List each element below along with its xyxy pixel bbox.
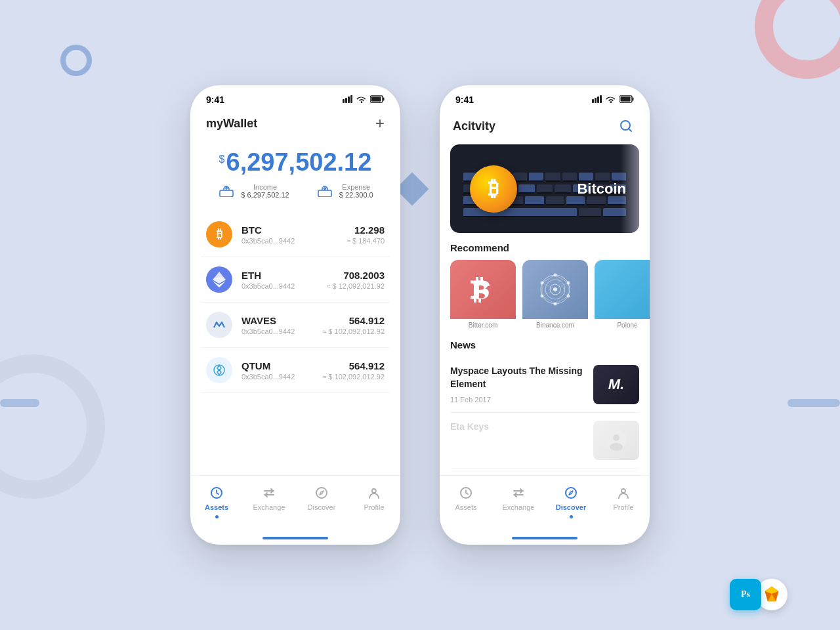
nav-discover-2[interactable]: Discover bbox=[545, 482, 597, 521]
news-section: Myspace Layouts The Missing Element 11 F… bbox=[440, 357, 650, 469]
qtum-address: 0x3b5ca0...9442 bbox=[242, 373, 322, 381]
wallet-header: myWallet + bbox=[190, 110, 400, 142]
nav-discover-1[interactable]: Discover bbox=[295, 482, 348, 521]
wallet-content: myWallet + $ 6,297,502.12 bbox=[190, 110, 400, 545]
assets-icon-2 bbox=[458, 485, 474, 501]
recommend-card-polo[interactable]: Polone bbox=[595, 260, 650, 330]
recommend-card-bitter[interactable]: Bitter.com bbox=[450, 260, 516, 330]
discover-icon-2 bbox=[563, 485, 579, 501]
expense-icon bbox=[316, 184, 334, 198]
bottom-nav-1: Assets Exchange bbox=[190, 475, 400, 534]
svg-point-16 bbox=[372, 489, 376, 493]
polo-card-image bbox=[595, 260, 650, 319]
coin-item-waves[interactable]: WAVES 0x3b5ca0...9442 564.912 ≈ $ 102,09… bbox=[201, 303, 390, 348]
binance-card-image bbox=[522, 260, 588, 319]
discover-title: Acitvity bbox=[453, 119, 495, 133]
income-value: $ 6,297,502.12 bbox=[241, 191, 289, 199]
battery-icon-2 bbox=[620, 95, 634, 105]
wifi-icon-2 bbox=[606, 95, 616, 105]
qtum-amount: 564.912 bbox=[322, 360, 385, 371]
bitcoin-coin-image: ₿ bbox=[470, 165, 517, 213]
keyboard-background: ₿ Bitcoin bbox=[450, 144, 639, 233]
news-title-2: Eta Keys bbox=[450, 421, 585, 434]
exchange-icon-2 bbox=[511, 485, 526, 501]
exchange-icon bbox=[261, 485, 277, 501]
qtum-info: QTUM 0x3b5ca0...9442 bbox=[242, 360, 322, 381]
status-bar-2: 9:41 bbox=[440, 85, 650, 110]
assets-icon bbox=[209, 485, 224, 501]
recommend-card-binance[interactable]: Binance.com bbox=[522, 260, 588, 330]
svg-rect-2 bbox=[348, 96, 350, 103]
svg-point-41 bbox=[553, 302, 556, 305]
expense-stat: Expense $ 22,300.0 bbox=[316, 183, 373, 199]
svg-point-38 bbox=[553, 273, 556, 276]
recommend-label: Recommend bbox=[440, 242, 650, 260]
activity-image: ₿ Bitcoin bbox=[450, 144, 639, 233]
bg-decoration-bar-left bbox=[0, 399, 39, 407]
btc-symbol: BTC bbox=[242, 224, 346, 236]
bitter-card-image bbox=[450, 260, 516, 319]
btc-balance: 12.298 ≈ $ 184,470 bbox=[346, 224, 385, 245]
currency-symbol: $ bbox=[219, 154, 225, 165]
tool-badges: Ps bbox=[730, 579, 788, 610]
waves-info: WAVES 0x3b5ca0...9442 bbox=[242, 315, 322, 335]
svg-rect-1 bbox=[345, 98, 347, 103]
news-image-1: M. bbox=[593, 365, 639, 404]
svg-rect-22 bbox=[633, 97, 634, 100]
nav-assets-label-1: Assets bbox=[205, 503, 228, 511]
svg-rect-6 bbox=[371, 96, 381, 101]
coin-item-btc[interactable]: ₿ BTC 0x3b5ca0...9442 12.298 ≈ $ 184,470 bbox=[201, 212, 390, 257]
battery-icon bbox=[370, 95, 385, 105]
nav-profile-1[interactable]: Profile bbox=[348, 482, 400, 521]
svg-rect-7 bbox=[220, 190, 233, 197]
add-button[interactable]: + bbox=[375, 116, 385, 131]
news-item-2[interactable]: Eta Keys bbox=[450, 413, 639, 469]
news-title-1: Myspace Layouts The Missing Element bbox=[450, 365, 585, 390]
svg-point-49 bbox=[566, 488, 576, 498]
qtum-usd: ≈ $ 102,092,012.92 bbox=[322, 373, 385, 381]
nav-exchange-label-2: Exchange bbox=[503, 503, 535, 511]
news-item-1[interactable]: Myspace Layouts The Missing Element 11 F… bbox=[450, 357, 639, 413]
eth-info: ETH 0x3b5ca0...9442 bbox=[242, 270, 326, 290]
svg-point-44 bbox=[553, 287, 557, 291]
qtum-icon bbox=[206, 357, 232, 383]
news-label: News bbox=[440, 339, 650, 357]
bitcoin-text: Bitcoin bbox=[577, 180, 626, 198]
svg-point-39 bbox=[566, 281, 570, 284]
search-button[interactable] bbox=[616, 116, 637, 136]
nav-exchange-1[interactable]: Exchange bbox=[243, 482, 295, 521]
svg-point-15 bbox=[316, 488, 327, 498]
waves-amount: 564.912 bbox=[322, 315, 385, 326]
nav-assets-2[interactable]: Assets bbox=[440, 482, 492, 521]
btc-address: 0x3b5ca0...9442 bbox=[242, 237, 346, 245]
nav-profile-2[interactable]: Profile bbox=[597, 482, 650, 521]
eth-balance: 708.2003 ≈ $ 12,092,021.92 bbox=[326, 270, 385, 290]
signal-icon-2 bbox=[592, 95, 602, 105]
svg-point-50 bbox=[621, 489, 625, 493]
wallet-title: myWallet bbox=[206, 117, 257, 131]
svg-rect-17 bbox=[592, 99, 594, 103]
news-text-1: Myspace Layouts The Missing Element 11 F… bbox=[450, 365, 585, 404]
waves-icon bbox=[206, 312, 232, 338]
nav-active-indicator bbox=[215, 515, 219, 518]
nav-exchange-2[interactable]: Exchange bbox=[492, 482, 545, 521]
wifi-icon bbox=[356, 95, 367, 105]
discover-header: Acitvity bbox=[440, 110, 650, 144]
binance-label: Binance.com bbox=[522, 319, 588, 330]
nav-discover-label-1: Discover bbox=[308, 503, 336, 511]
svg-point-47 bbox=[610, 443, 623, 451]
nav-assets-1[interactable]: Assets bbox=[190, 482, 243, 521]
coin-item-qtum[interactable]: QTUM 0x3b5ca0...9442 564.912 ≈ $ 102,092… bbox=[201, 348, 390, 393]
balance-stats: Income $ 6,297,502.12 bbox=[190, 183, 400, 199]
svg-rect-3 bbox=[350, 95, 352, 103]
svg-rect-8 bbox=[318, 190, 331, 197]
waves-balance: 564.912 ≈ $ 102,092,012.92 bbox=[322, 315, 385, 335]
status-time-2: 9:41 bbox=[455, 94, 474, 105]
coin-list: ₿ BTC 0x3b5ca0...9442 12.298 ≈ $ 184,470 bbox=[190, 212, 400, 475]
eth-usd: ≈ $ 12,092,021.92 bbox=[326, 282, 385, 290]
phone-wallet: 9:41 myWallet + $ bbox=[190, 85, 400, 545]
waves-address: 0x3b5ca0...9442 bbox=[242, 327, 322, 335]
btc-icon: ₿ bbox=[206, 221, 232, 247]
coin-item-eth[interactable]: ETH 0x3b5ca0...9442 708.2003 ≈ $ 12,092,… bbox=[201, 257, 390, 303]
signal-icon bbox=[343, 95, 353, 105]
